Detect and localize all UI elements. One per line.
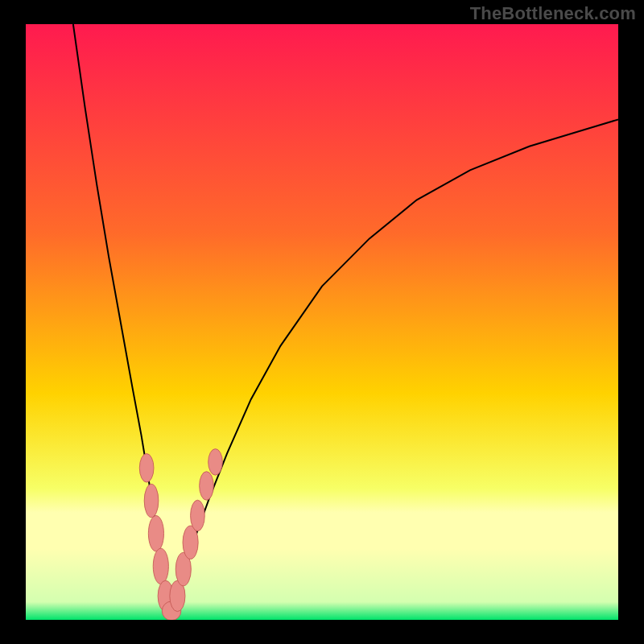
- gradient-background: [26, 24, 618, 620]
- data-marker: [139, 454, 154, 483]
- plot-svg: [26, 24, 618, 620]
- data-marker: [144, 484, 159, 517]
- plot-area: [26, 24, 618, 620]
- chart-frame: TheBottleneck.com: [0, 0, 644, 644]
- data-marker: [191, 500, 205, 530]
- data-marker: [153, 548, 168, 584]
- data-marker: [148, 516, 163, 551]
- watermark-text: TheBottleneck.com: [470, 3, 636, 24]
- data-marker: [208, 449, 223, 476]
- data-marker: [200, 472, 214, 501]
